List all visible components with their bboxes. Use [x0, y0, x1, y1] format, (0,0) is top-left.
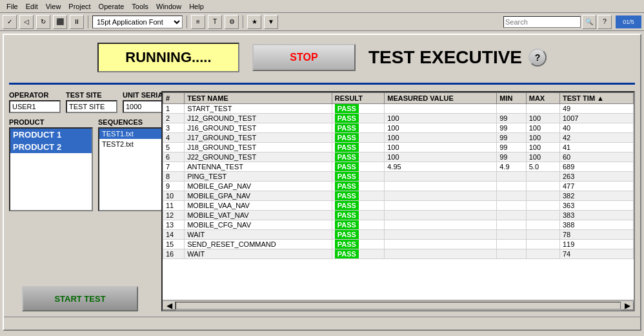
search-btn[interactable]: 🔍 [582, 15, 596, 29]
cell-measured [385, 191, 497, 201]
product-list[interactable]: PRODUCT 1 PRODUCT 2 [9, 127, 93, 211]
menu-edit[interactable]: Edit [22, 1, 42, 12]
toolbar-separator-2 [186, 16, 187, 28]
cell-measured: 100 [385, 133, 497, 143]
table-header-row: # TEST NAME RESULT MEASURED VALUE MIN MA… [163, 93, 634, 104]
toolbar-pause-btn[interactable]: ⏸ [70, 15, 84, 29]
operator-label: OPERATOR [9, 91, 61, 99]
table-row: 9 MOBILE_GAP_NAV PASS 477 [163, 182, 634, 191]
operator-group: OPERATOR [9, 91, 61, 113]
menu-operate[interactable]: Operate [95, 1, 128, 12]
cell-name: J17_GROUND_TEST [185, 133, 332, 143]
cell-time: 383 [559, 211, 633, 220]
cell-num: 10 [163, 191, 185, 201]
cell-num: 11 [163, 201, 185, 211]
cell-result: PASS [332, 182, 384, 191]
cell-min [497, 172, 527, 182]
cell-min [497, 240, 527, 249]
table-row: 16 WAIT PASS 74 [163, 249, 634, 259]
cell-time: 119 [559, 240, 633, 249]
cell-time: 74 [559, 249, 633, 259]
cell-time: 42 [559, 133, 633, 143]
toolbar-text-btn[interactable]: T [208, 15, 222, 29]
start-test-button[interactable]: START TEST [22, 286, 138, 311]
cell-measured [385, 240, 497, 249]
product-item-1[interactable]: PRODUCT 1 [10, 129, 92, 141]
cell-num: 2 [163, 114, 185, 123]
toolbar-check-btn[interactable]: ✓ [3, 15, 17, 29]
table-row: 1 START_TEST PASS 49 [163, 104, 634, 114]
cell-num: 7 [163, 162, 185, 172]
table-row: 5 J18_GROUND_TEST PASS 100 99 100 41 [163, 143, 634, 152]
cell-min [497, 182, 527, 191]
cell-min [497, 220, 527, 230]
horizontal-scrollbar[interactable] [176, 302, 621, 310]
form-row-1: OPERATOR TEST SITE UNIT SERIAL [9, 91, 151, 113]
cell-result: PASS [332, 240, 384, 249]
operator-input[interactable] [9, 100, 61, 113]
table-row: 15 SEND_RESET_COMMAND PASS 119 [163, 240, 634, 249]
table-row: 10 MOBILE_GPA_NAV PASS 382 [163, 191, 634, 201]
table-row: 12 MOBILE_VAT_NAV PASS 383 [163, 211, 634, 220]
toolbar-arrow-btn[interactable]: ▼ [264, 15, 278, 29]
blue-separator [9, 83, 635, 85]
cell-num: 3 [163, 123, 185, 133]
cell-name: MOBILE_CFG_NAV [185, 220, 332, 230]
cell-min [497, 201, 527, 211]
cell-num: 12 [163, 211, 185, 220]
cell-max [526, 172, 559, 182]
table-container[interactable]: # TEST NAME RESULT MEASURED VALUE MIN MA… [163, 92, 634, 300]
cell-min [497, 211, 527, 220]
col-test-name: TEST NAME [185, 93, 332, 104]
product-item-2[interactable]: PRODUCT 2 [10, 141, 92, 153]
help-button[interactable]: ? [528, 48, 547, 67]
cell-max [526, 211, 559, 220]
cell-max [526, 240, 559, 249]
menu-view[interactable]: View [42, 1, 65, 12]
menu-help[interactable]: Help [185, 1, 208, 12]
toolbar-stop-btn[interactable]: ⬛ [53, 15, 67, 29]
menu-file[interactable]: File [3, 1, 22, 12]
cell-name: MOBILE_GAP_NAV [185, 182, 332, 191]
menu-tools[interactable]: Tools [128, 1, 152, 12]
cell-time: 78 [559, 230, 633, 240]
table-row: 11 MOBILE_VAA_NAV PASS 363 [163, 201, 634, 211]
table-row: 7 ANTENNA_TEST PASS 4.95 4.9 5.0 689 [163, 162, 634, 172]
results-table: # TEST NAME RESULT MEASURED VALUE MIN MA… [163, 92, 634, 259]
scroll-left-btn[interactable]: ◀ [163, 301, 176, 310]
toolbar-align-btn[interactable]: ≡ [191, 15, 205, 29]
toolbar-star-btn[interactable]: ★ [247, 15, 261, 29]
page-title: TEST EXECUTIVE [368, 47, 522, 68]
table-row: 8 PING_TEST PASS 263 [163, 172, 634, 182]
stop-button[interactable]: STOP [252, 44, 356, 71]
cell-result: PASS [332, 172, 384, 182]
test-site-input[interactable] [66, 100, 117, 113]
cell-result: PASS [332, 249, 384, 259]
cell-measured [385, 104, 497, 114]
toolbar-refresh-btn[interactable]: ↻ [36, 15, 50, 29]
cell-min: 99 [497, 152, 527, 162]
cell-result: PASS [332, 220, 384, 230]
search-input[interactable] [503, 16, 581, 28]
cell-measured [385, 230, 497, 240]
cell-result: PASS [332, 133, 384, 143]
cell-result: PASS [332, 230, 384, 240]
col-result: RESULT [332, 93, 384, 104]
table-row: 6 J22_GROUND_TEST PASS 100 99 100 60 [163, 152, 634, 162]
toolbar-back-btn[interactable]: ◁ [19, 15, 34, 29]
menu-window[interactable]: Window [152, 1, 185, 12]
cell-measured [385, 249, 497, 259]
toolbar-separator-3 [243, 16, 243, 28]
menu-project[interactable]: Project [65, 1, 94, 12]
col-time: TEST TIM ▲ [559, 93, 633, 104]
table-row: 4 J17_GROUND_TEST PASS 100 99 100 42 [163, 133, 634, 143]
font-selector[interactable]: 15pt Application Font [92, 16, 183, 28]
help-toolbar-btn[interactable]: ? [598, 15, 612, 29]
scroll-right-btn[interactable]: ▶ [621, 301, 634, 310]
cell-measured [385, 211, 497, 220]
cell-min [497, 230, 527, 240]
cell-min [497, 104, 527, 114]
toolbar-extra-btn[interactable]: ⚙ [225, 15, 239, 29]
cell-result: PASS [332, 104, 384, 114]
cell-max [526, 230, 559, 240]
